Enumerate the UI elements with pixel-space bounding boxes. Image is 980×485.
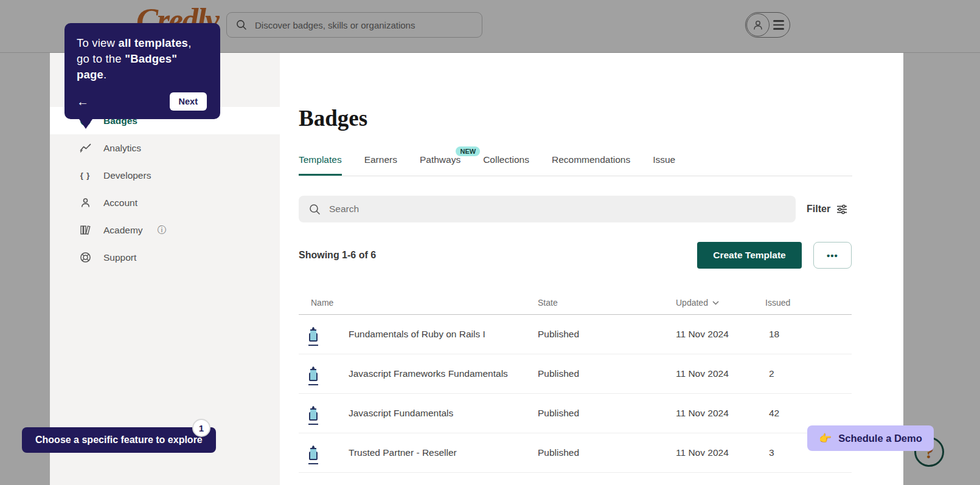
template-updated: 11 Nov 2024 [676,447,729,458]
schedule-demo-button[interactable]: 👉 Schedule a Demo [807,425,934,451]
tour-step-hint[interactable]: Choose a specific feature to explore [22,427,216,453]
main-content: Badges Templates Earners Pathways NEW Co… [280,53,903,485]
create-template-button[interactable]: Create Template [697,242,802,269]
code-braces-icon: { } [79,170,91,182]
sidebar-item-account[interactable]: Account [50,189,280,216]
tab-pathways[interactable]: Pathways NEW [420,147,460,176]
column-name: Name [311,298,333,308]
search-icon [308,203,321,216]
badge-image [311,368,315,379]
schedule-demo-label: Schedule a Demo [838,433,922,444]
tour-dim-overlay-left [0,53,50,485]
template-name[interactable]: Fundamentals of Ruby on Rails I [349,329,485,340]
template-name[interactable]: Javascript Frameworks Fundamentals [349,368,508,379]
column-updated-sort[interactable]: Updated [676,298,719,308]
chevron-down-icon [712,301,719,305]
template-issued: 3 [769,447,774,458]
template-search[interactable] [299,196,796,222]
template-state: Published [538,368,579,379]
tab-bar: Templates Earners Pathways NEW Collectio… [299,147,852,176]
sidebar-item-analytics[interactable]: Analytics [50,134,280,162]
books-icon [79,224,91,236]
tour-tooltip: To view all templates, go to the "Badges… [64,23,220,119]
template-updated: 11 Nov 2024 [676,368,729,379]
template-updated: 11 Nov 2024 [676,408,729,419]
actions-row: Showing 1-6 of 6 Create Template ••• [280,242,903,269]
sidebar-item-label: Academy [103,225,143,236]
sidebar-item-label: Support [103,252,136,263]
tour-step-number: 1 [192,419,210,437]
page: Credly Badges [0,0,980,485]
tab-issue[interactable]: Issue [653,147,675,176]
pointing-finger-icon: 👉 [819,432,832,445]
filter-button[interactable]: Filter [807,196,847,222]
template-name[interactable]: Trusted Partner - Reseller [349,447,457,458]
table-row[interactable]: Trusted Partner - Reseller Published 11 … [299,433,852,473]
sidebar-item-developers[interactable]: { } Developers [50,162,280,189]
results-count: Showing 1-6 of 6 [299,242,376,269]
filter-label: Filter [807,204,830,215]
template-issued: 2 [769,368,774,379]
template-updated: 11 Nov 2024 [676,329,729,340]
template-search-input[interactable] [329,204,786,215]
tour-next-button[interactable]: Next [170,92,207,111]
lifebuoy-icon [79,252,91,264]
badge-image [311,329,315,340]
badge-image [311,408,315,419]
template-state: Published [538,447,579,458]
sidebar-item-academy[interactable]: Academy ⓘ [50,216,280,244]
sliders-icon [836,204,847,215]
page-title: Badges [299,105,367,131]
template-name[interactable]: Javascript Fundamentals [349,408,453,419]
table-body: Fundamentals of Ruby on Rails I Publishe… [299,315,852,473]
sidebar-item-label: Developers [103,170,151,181]
sidebar-item-label: Account [103,198,137,208]
table-row[interactable]: Javascript Fundamentals Published 11 Nov… [299,394,852,433]
tab-templates[interactable]: Templates [299,147,342,176]
template-issued: 18 [769,329,779,340]
new-badge: NEW [456,146,480,156]
template-issued: 42 [769,408,779,419]
person-icon [79,197,91,209]
tour-dim-overlay-right [903,53,980,485]
template-state: Published [538,408,579,419]
tab-recommendations[interactable]: Recommendations [552,147,630,176]
tab-collections[interactable]: Collections [483,147,529,176]
line-chart-icon [79,142,91,154]
table-header: Name State Updated Issued [299,293,852,315]
table-row[interactable]: Fundamentals of Ruby on Rails I Publishe… [299,315,852,354]
tour-back-arrow-icon[interactable]: ← [77,95,89,108]
column-state: State [538,298,558,308]
info-icon[interactable]: ⓘ [158,225,166,236]
sidebar-item-support[interactable]: Support [50,244,280,271]
tour-tooltip-text: To view all templates, go to the "Badges… [77,35,207,83]
badge-image [311,447,315,458]
sidebar-item-label: Analytics [103,143,141,154]
more-actions-button[interactable]: ••• [813,242,852,269]
column-issued: Issued [765,298,790,308]
tab-earners[interactable]: Earners [364,147,397,176]
template-state: Published [538,329,579,340]
table-row[interactable]: Javascript Frameworks Fundamentals Publi… [299,354,852,394]
